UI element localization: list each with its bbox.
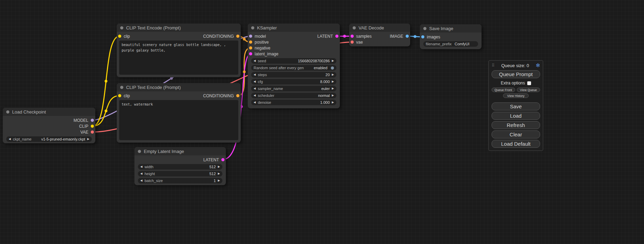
decrement-arrow-icon[interactable]: ◀ xyxy=(254,101,256,104)
output-dot-latent[interactable] xyxy=(335,35,338,38)
collapse-toggle-icon[interactable] xyxy=(120,26,123,29)
slot-area: clip CONDITIONING xyxy=(117,32,241,39)
clear-button[interactable]: Clear xyxy=(492,130,540,138)
output-dot-image[interactable] xyxy=(406,35,409,38)
load-default-button[interactable]: Load Default xyxy=(492,140,540,148)
view-history-button[interactable]: View History xyxy=(503,93,529,98)
node-title: VAE Decode xyxy=(359,25,384,30)
drag-handle-icon[interactable]: ⠿ xyxy=(492,63,495,68)
input-dot-images[interactable] xyxy=(421,35,424,38)
collapse-toggle-icon[interactable] xyxy=(120,86,123,89)
decrement-arrow-icon[interactable]: ◀ xyxy=(9,138,11,141)
increment-arrow-icon[interactable]: ▶ xyxy=(332,80,334,83)
widget-scheduler[interactable]: ◀ scheduler normal ▶ xyxy=(251,93,336,98)
slot-label: negative xyxy=(255,46,270,51)
widget-ckpt-name[interactable]: ◀ ckpt_name v1-5-pruned-emaonly.ckpt ▶ xyxy=(6,136,92,142)
node-save-image[interactable]: Save Image images filename_prefix ComfyU… xyxy=(420,24,482,49)
extra-options-checkbox[interactable] xyxy=(527,81,531,85)
collapse-toggle-icon[interactable] xyxy=(251,26,254,29)
slot-row: negative xyxy=(248,45,340,51)
input-slot-images: images xyxy=(421,35,440,39)
decrement-arrow-icon[interactable]: ◀ xyxy=(140,179,142,182)
output-dot-clip[interactable] xyxy=(91,125,94,128)
input-dot-positive[interactable] xyxy=(249,40,252,44)
node-load-checkpoint[interactable]: Load Checkpoint MODEL CLIP VAE xyxy=(3,108,95,143)
collapse-toggle-icon[interactable] xyxy=(353,26,356,29)
decrement-arrow-icon[interactable]: ◀ xyxy=(254,87,256,90)
widget-batch-size[interactable]: ◀ batch_size 1 ▶ xyxy=(138,178,222,183)
collapse-toggle-icon[interactable] xyxy=(6,110,9,114)
node-title-bar[interactable]: Load Checkpoint xyxy=(3,108,95,116)
widget-filename-prefix[interactable]: filename_prefix ComfyUI xyxy=(423,41,478,47)
decrement-arrow-icon[interactable]: ◀ xyxy=(254,73,256,76)
widget-seed[interactable]: ◀ seed 156680208700286 ▶ xyxy=(251,58,336,64)
increment-arrow-icon[interactable]: ▶ xyxy=(332,94,334,97)
node-clip-text-encode-positive[interactable]: CLIP Text Encode (Prompt) clip CONDITION… xyxy=(117,24,241,77)
view-queue-button[interactable]: View Queue xyxy=(517,88,540,92)
input-dot-negative[interactable] xyxy=(249,46,252,49)
queue-front-button[interactable]: Queue Front xyxy=(492,88,515,92)
decrement-arrow-icon[interactable]: ◀ xyxy=(254,94,256,97)
decrement-arrow-icon[interactable]: ◀ xyxy=(254,60,256,62)
node-vae-decode[interactable]: VAE Decode samples IMAGE vae xyxy=(349,24,410,46)
decrement-arrow-icon[interactable]: ◀ xyxy=(140,172,142,175)
slot-area: images xyxy=(420,33,482,40)
increment-arrow-icon[interactable]: ▶ xyxy=(332,101,334,104)
widget-random-seed-toggle[interactable]: Random seed after every gen enabled xyxy=(251,65,336,71)
queue-prompt-button[interactable]: Queue Prompt xyxy=(492,70,540,78)
node-title: Save Image xyxy=(429,26,453,31)
node-title-bar[interactable]: Empty Latent Image xyxy=(134,147,226,155)
node-title-bar[interactable]: CLIP Text Encode (Prompt) xyxy=(117,24,241,32)
widget-sampler-name[interactable]: ◀ sampler_name euler ▶ xyxy=(251,86,336,91)
increment-arrow-icon[interactable]: ▶ xyxy=(332,87,334,90)
node-title: CLIP Text Encode (Prompt) xyxy=(126,85,181,90)
prompt-textarea[interactable]: text, watermark xyxy=(119,100,238,140)
input-dot-vae[interactable] xyxy=(351,40,354,44)
input-dot-latent-image[interactable] xyxy=(249,52,252,55)
node-empty-latent-image[interactable]: Empty Latent Image LATENT ◀ width 512 ▶ … xyxy=(134,147,226,185)
node-ksampler[interactable]: KSampler model LATENT positive xyxy=(248,24,340,108)
widget-steps[interactable]: ◀ steps 20 ▶ xyxy=(251,72,336,78)
increment-arrow-icon[interactable]: ▶ xyxy=(87,138,89,141)
node-title-bar[interactable]: VAE Decode xyxy=(349,24,410,32)
collapse-toggle-icon[interactable] xyxy=(423,27,426,30)
load-button[interactable]: Load xyxy=(492,112,540,120)
increment-arrow-icon[interactable]: ▶ xyxy=(218,172,220,175)
node-title-bar[interactable]: Save Image xyxy=(420,24,482,33)
output-dot-latent[interactable] xyxy=(221,158,224,161)
slot-row: images xyxy=(420,34,482,40)
slot-label: model xyxy=(255,34,266,39)
toggle-state-dot[interactable] xyxy=(331,66,334,70)
input-dot-clip[interactable] xyxy=(118,94,121,97)
node-title-bar[interactable]: KSampler xyxy=(248,24,340,32)
settings-gear-icon[interactable]: ✻ xyxy=(536,62,540,69)
slot-label: IMAGE xyxy=(390,34,403,39)
input-dot-model[interactable] xyxy=(249,35,252,38)
input-slot-positive: positive xyxy=(249,40,269,45)
increment-arrow-icon[interactable]: ▶ xyxy=(332,60,334,62)
output-dot-vae[interactable] xyxy=(91,130,94,134)
prompt-textarea[interactable]: beautiful scenery nature glass bottle la… xyxy=(119,40,238,75)
increment-arrow-icon[interactable]: ▶ xyxy=(218,179,220,182)
decrement-arrow-icon[interactable]: ◀ xyxy=(140,165,142,168)
output-dot-conditioning[interactable] xyxy=(236,35,239,38)
collapse-toggle-icon[interactable] xyxy=(138,150,141,153)
decrement-arrow-icon[interactable]: ◀ xyxy=(254,80,256,83)
refresh-button[interactable]: Refresh xyxy=(492,121,540,129)
output-dot-conditioning[interactable] xyxy=(236,94,239,97)
node-clip-text-encode-negative[interactable]: CLIP Text Encode (Prompt) clip CONDITION… xyxy=(117,83,241,143)
widget-cfg[interactable]: ◀ cfg 8.000 ▶ xyxy=(251,79,336,84)
link-clip-to-positive-prompt xyxy=(92,36,120,126)
input-dot-samples[interactable] xyxy=(351,35,354,38)
increment-arrow-icon[interactable]: ▶ xyxy=(332,73,334,76)
input-dot-clip[interactable] xyxy=(118,35,121,38)
increment-arrow-icon[interactable]: ▶ xyxy=(218,165,220,168)
output-slot-model: MODEL xyxy=(73,118,94,123)
output-dot-model[interactable] xyxy=(91,119,94,122)
widget-height[interactable]: ◀ height 512 ▶ xyxy=(138,171,222,177)
node-title-bar[interactable]: CLIP Text Encode (Prompt) xyxy=(117,83,241,91)
widget-denoise[interactable]: ◀ denoise 1.000 ▶ xyxy=(251,100,336,105)
comfyui-node-canvas[interactable]: Load Checkpoint MODEL CLIP VAE xyxy=(0,0,644,244)
save-button[interactable]: Save xyxy=(492,102,540,110)
widget-width[interactable]: ◀ width 512 ▶ xyxy=(138,164,222,170)
